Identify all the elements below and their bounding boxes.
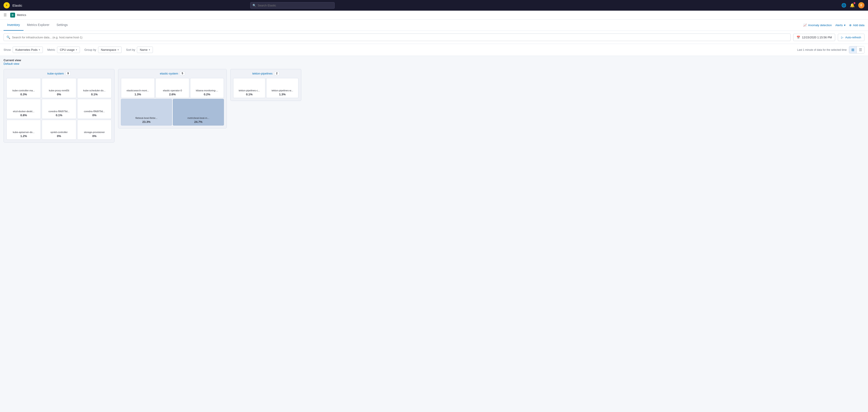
- show-group: Show Kubernetes Pods ▾: [4, 46, 43, 53]
- group-name-elastic-system[interactable]: elastic-system: [160, 72, 178, 75]
- metric-group: Metric CPU usage ▾: [47, 46, 80, 53]
- tab-settings[interactable]: Settings: [53, 20, 71, 31]
- group-header-elastic-system: elastic-system 5: [118, 69, 226, 77]
- pod-tekton-pipelines-c[interactable]: tekton-pipelines-c... 0.1%: [233, 78, 266, 98]
- pod-coredns-2[interactable]: coredns-f9fd979d... 0%: [77, 99, 112, 119]
- default-view-link[interactable]: Default view: [4, 62, 19, 65]
- pod-kube-apiserver-do[interactable]: kube-apiserver-do... 1.2%: [6, 120, 41, 140]
- info-text: Last 1 minute of data for the selected t…: [797, 48, 847, 52]
- tab-inventory[interactable]: Inventory: [4, 20, 24, 31]
- pod-elastic-operator-0[interactable]: elastic-operator-0 2.6%: [156, 78, 189, 98]
- auto-refresh-button[interactable]: ▷ Auto-refresh: [838, 34, 864, 41]
- current-view-section: Current view Default view: [0, 56, 868, 67]
- pod-coredns-1[interactable]: coredns-f9fd979d... 0.1%: [42, 99, 76, 119]
- nav-badge: D: [10, 13, 15, 18]
- view-toggle: ⊞ ☰: [849, 46, 864, 54]
- alerts-button[interactable]: Alerts ▾: [835, 24, 845, 27]
- anomaly-detection-button[interactable]: 📈 Anomaly detection: [803, 24, 832, 27]
- pod-kube-scheduler-do[interactable]: kube-scheduler-do... 0.1%: [77, 78, 112, 98]
- show-chevron-icon: ▾: [39, 49, 40, 51]
- toolbar: Show Kubernetes Pods ▾ Metric CPU usage …: [0, 44, 868, 56]
- breadcrumb-bar: ☰ D Metrics: [0, 11, 868, 20]
- group-elastic-system: elastic-system 5 elasticsearch-moni... 1…: [118, 69, 227, 128]
- current-view-label: Current view: [4, 59, 864, 62]
- tab-metrics-explorer[interactable]: Metrics Explorer: [24, 20, 53, 31]
- play-icon: ▷: [841, 36, 843, 39]
- pod-kube-controller-ma[interactable]: kube-controller-ma... 0.3%: [6, 78, 41, 98]
- main-tabs: Inventory Metrics Explorer Settings: [4, 20, 71, 31]
- sortby-chevron-icon: ▾: [149, 49, 150, 51]
- datetime-picker[interactable]: 📅 12/15/2020 1:15:56 PM: [793, 34, 835, 41]
- infra-search-icon: 🔍: [6, 35, 10, 39]
- main-content: kube-system 9 kube-controller-ma... 0.3%…: [0, 67, 868, 146]
- pod-etcd-docker-deskt[interactable]: etcd-docker-deskt... 0.8%: [6, 99, 41, 119]
- global-search[interactable]: 🔍: [250, 2, 335, 9]
- pod-vpnkit-controller[interactable]: vpnkit-controller 0%: [42, 120, 76, 140]
- show-label: Show: [4, 48, 11, 52]
- search-area: 🔍 📅 12/15/2020 1:15:56 PM ▷ Auto-refresh: [0, 31, 868, 44]
- metric-select[interactable]: CPU usage ▾: [57, 46, 80, 53]
- metric-label: Metric: [47, 48, 55, 52]
- group-kube-system: kube-system 9 kube-controller-ma... 0.3%…: [4, 69, 115, 142]
- infra-search-input[interactable]: [12, 36, 788, 39]
- groupby-group: Group by Namespace ▾: [84, 46, 122, 53]
- help-icon[interactable]: 🌐: [841, 3, 846, 8]
- notification-badge: [854, 2, 855, 4]
- sortby-select[interactable]: Name ▾: [137, 46, 153, 53]
- group-header-tekton-pipelines: tekton-pipelines 2: [230, 69, 301, 77]
- group-header-kube-system: kube-system 9: [4, 69, 114, 77]
- user-avatar[interactable]: E: [858, 2, 864, 8]
- groupby-label: Group by: [84, 48, 96, 52]
- alerts-chevron-icon: ▾: [844, 24, 845, 27]
- group-tekton-pipelines: tekton-pipelines 2 tekton-pipelines-c...…: [230, 69, 301, 101]
- toolbar-right: Last 1 minute of data for the selected t…: [797, 46, 864, 54]
- pod-metricbeat-beat-m[interactable]: metricbeat-beat-m... 24.7%: [173, 99, 224, 126]
- global-search-input[interactable]: [250, 2, 335, 9]
- pod-tekton-pipelines-w[interactable]: tekton-pipelines-w... 1.3%: [266, 78, 299, 98]
- breadcrumb-text: Metrics: [17, 13, 26, 17]
- top-nav: e Elastic 🔍 🌐 🔔 E: [0, 0, 868, 11]
- table-view-button[interactable]: ☰: [857, 46, 864, 53]
- pod-storage-provisioner[interactable]: storage-provisioner 0%: [77, 120, 112, 140]
- main-header: Inventory Metrics Explorer Settings 📈 An…: [0, 20, 868, 31]
- nav-right: 🌐 🔔 E: [841, 2, 864, 8]
- group-name-kube-system[interactable]: kube-system: [48, 72, 64, 75]
- groupby-select[interactable]: Namespace ▾: [98, 46, 122, 53]
- metric-chevron-icon: ▾: [76, 49, 77, 51]
- app-title: Elastic: [12, 4, 22, 7]
- sortby-group: Sort by Name ▾: [126, 46, 153, 53]
- pods-grid-kube-system: kube-controller-ma... 0.3% kube-proxy-mm…: [4, 77, 114, 142]
- svg-text:e: e: [6, 4, 7, 6]
- pod-filebeat-beat-filebe[interactable]: filebeat-beat-filebe... 23.3%: [121, 99, 172, 126]
- header-actions: 📈 Anomaly detection Alerts ▾ ⊕ Add data: [803, 24, 864, 27]
- group-count-tekton-pipelines: 2: [274, 71, 279, 75]
- elastic-logo: e: [4, 2, 10, 8]
- group-count-elastic-system: 5: [180, 71, 185, 75]
- notifications-icon[interactable]: 🔔: [850, 3, 855, 8]
- elastic-pods-inner: elasticsearch-moni... 1.3% elastic-opera…: [118, 77, 226, 128]
- pods-grid-tekton-pipelines: tekton-pipelines-c... 0.1% tekton-pipeli…: [230, 77, 301, 101]
- add-data-icon: ⊕: [849, 24, 851, 27]
- sortby-label: Sort by: [126, 48, 135, 52]
- elastic-bottom-row: filebeat-beat-filebe... 23.3% metricbeat…: [121, 99, 224, 126]
- pod-elasticsearch-moni[interactable]: elasticsearch-moni... 1.3%: [121, 78, 155, 98]
- pod-kube-proxy-mm65t[interactable]: kube-proxy-mm65t 0%: [42, 78, 76, 98]
- pod-kibana-monitoring[interactable]: kibana-monitoring-... 0.2%: [190, 78, 224, 98]
- calendar-icon: 📅: [797, 36, 800, 39]
- group-count-kube-system: 9: [66, 71, 71, 75]
- show-select[interactable]: Kubernetes Pods ▾: [13, 46, 43, 53]
- add-data-button[interactable]: ⊕ Add data: [849, 24, 864, 27]
- groupby-chevron-icon: ▾: [118, 49, 119, 51]
- search-icon: 🔍: [252, 4, 256, 7]
- grid-view-button[interactable]: ⊞: [849, 46, 857, 53]
- hamburger-menu[interactable]: ☰: [4, 13, 7, 17]
- infra-search-box[interactable]: 🔍: [4, 33, 790, 41]
- elastic-top-row: elasticsearch-moni... 1.3% elastic-opera…: [121, 78, 224, 98]
- group-name-tekton-pipelines[interactable]: tekton-pipelines: [252, 72, 273, 75]
- anomaly-icon: 📈: [803, 24, 807, 27]
